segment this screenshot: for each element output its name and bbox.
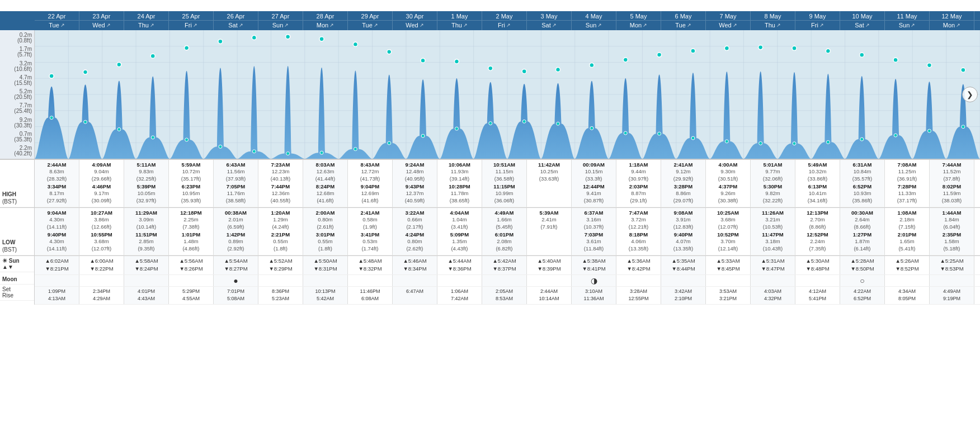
header-day-12[interactable]: 4 May Sun ↗ (572, 11, 616, 30)
header-day-7[interactable]: 29 Apr Tue ↗ (348, 11, 393, 30)
low-entry-13-0: 7:47AM 3.72m (12.21ft) (618, 210, 659, 230)
sun-times-17: ▲5:30AM ▼8:48PM (797, 257, 838, 273)
low-cell-20: 1:44AM 1.84m (6.04ft) 2:35PM 1.58m (5.18… (930, 208, 974, 255)
moon-rise-val-7: 6:08AM (361, 296, 379, 301)
low-hft-12-0: (10.37ft) (573, 224, 615, 230)
low-entry-16-1: 11:47PM 3.18m (10.43ft) (752, 231, 794, 252)
moon-rise-val-19: 8:05PM (898, 296, 916, 301)
sun-moon-labels: ☀ Sun▲▼ Moon SetRise (0, 256, 35, 305)
header-day-16[interactable]: 8 May Thu ↗ (751, 11, 795, 30)
low-hft-16-1: (10.43ft) (752, 245, 794, 252)
header-day-6[interactable]: 28 Apr Mon ↗ (303, 11, 348, 30)
moon-set-val-6: 10:13PM (315, 288, 335, 294)
high-h-10-0: 11.15m (483, 168, 525, 175)
sun-set-val-14: ▼8:44PM (671, 266, 695, 272)
header-day-13[interactable]: 5 May Mon ↗ (616, 11, 661, 30)
sun-rise-val-8: ▲5:46AM (403, 258, 426, 264)
low-h-1-1: 3.68m (81, 238, 123, 245)
ext-icon-0: ↗ (60, 22, 65, 28)
header-day-17[interactable]: 9 May Fri ↗ (795, 11, 840, 30)
header-day-20[interactable]: 12 May Mon ↗ (930, 11, 974, 30)
low-entry-7-0: 2:41AM 0.58m (1.9ft) (349, 210, 391, 230)
ext-icon-2: ↗ (150, 22, 154, 28)
sun-times-10: ▲5:42AM ▼8:37PM (483, 257, 525, 273)
ext-icon-12: ↗ (597, 22, 602, 28)
moon-setrise-cell-16: 4:03AM 4:32PM (751, 287, 795, 304)
high-hft-5-0: (40.13ft) (260, 176, 301, 182)
next-button[interactable]: ❯ (962, 87, 978, 102)
low-h-0-1: 4.30m (36, 238, 78, 245)
header-day-15[interactable]: 7 May Wed ↗ (706, 11, 751, 30)
sun-cell-17: ▲5:30AM ▼8:48PM (795, 256, 840, 274)
high-hft-21-1: (38.26ft) (976, 197, 980, 204)
moon-setrise-20: 4:49AM 9:19PM (931, 288, 973, 303)
low-cell-10: 4:49AM 1.66m (5.45ft) 6:01PM 2.08m (6.82… (482, 208, 527, 255)
sun-cell-0: ▲6:02AM ▼8:21PM (35, 256, 79, 274)
sun-set-val-5: ▼8:29PM (268, 266, 292, 272)
sun-set-val-10: ▼8:37PM (492, 266, 516, 272)
date-cell-12: 4 May (572, 11, 616, 21)
sun-times-4: ▲5:54AM ▼8:27PM (215, 257, 257, 273)
high-cell-21: 8:19AM 11.61m (38.09ft) 8:37PM 11.66m (3… (974, 160, 980, 207)
header-day-5[interactable]: 27 Apr Sun ↗ (258, 11, 303, 30)
high-hft-18-1: (35.86ft) (841, 197, 883, 204)
header-day-19[interactable]: 11 May Sun ↗ (885, 11, 930, 30)
header-day-8[interactable]: 30 Apr Wed ↗ (393, 11, 437, 30)
high-h-5-0: 12.23m (260, 168, 301, 175)
sun-set-val-18: ▼8:50PM (850, 266, 874, 272)
high-entry-8-0: 9:24AM 12.48m (40.95ft) (394, 162, 436, 182)
header-day-2[interactable]: 24 Apr Thu ↗ (124, 11, 169, 30)
sun-rise-val-20: ▲5:25AM (940, 258, 963, 264)
high-entry-19-1: 7:28PM 11.33m (37.17ft) (886, 183, 928, 204)
y-tick-2: 9.2m(30.3ft) (2, 117, 32, 129)
high-hft-4-1: (38.58ft) (215, 197, 257, 204)
header-day-1[interactable]: 23 Apr Wed ↗ (79, 11, 124, 30)
moon-setrise-cell-15: 3:53AM 3:21PM (706, 287, 751, 304)
moon-setrise-13: 3:28AM 12:55PM (618, 288, 659, 303)
high-time-20-1: 8:02PM (931, 183, 973, 190)
high-cell-15: 4:00AM 9.30m (30.51ft) 4:37PM 9.26m (30.… (706, 160, 751, 207)
high-h-12-0: 10.15m (573, 168, 615, 175)
ext-icon-8: ↗ (420, 22, 424, 28)
high-hft-17-0: (33.86ft) (797, 176, 838, 182)
high-h-11-0: 10.25m (528, 168, 570, 175)
header-day-9[interactable]: 1 May Thu ↗ (437, 11, 482, 30)
low-hft-6-0: (2.61ft) (304, 224, 346, 230)
header-day-0[interactable]: 22 Apr Tue ↗ (35, 11, 79, 30)
moon-set-val-5: 8:36PM (272, 288, 289, 294)
low-h-8-1: 0.80m (394, 238, 436, 245)
y-tick-6: 3.2m(10.6ft) (2, 61, 32, 72)
high-entry-4-0: 6:43AM 11.56m (37.93ft) (215, 162, 257, 182)
high-time-19-1: 7:28PM (886, 183, 928, 190)
moon-set-val-7: 11:46PM (360, 288, 380, 294)
high-hft-16-0: (32.06ft) (752, 176, 794, 182)
low-time-11-0: 5:39AM (528, 210, 570, 216)
date-cell-6: 28 Apr (303, 11, 347, 21)
moon-setrise-cell-10: 2:05AM 8:53AM (482, 287, 527, 304)
header-day-3[interactable]: 25 Apr Fri ↗ (169, 11, 214, 30)
high-hft-14-1: (29.07ft) (662, 197, 704, 204)
header-day-4[interactable]: 26 Apr Sat ↗ (214, 11, 258, 30)
ext-icon-17: ↗ (819, 22, 824, 28)
moon-rise-val-18: 6:52PM (854, 296, 871, 301)
high-entry-1-1: 4:46PM 9.17m (30.09ft) (81, 183, 123, 204)
low-entry-3-1: 1:01PM 1.48m (4.86ft) (170, 231, 212, 252)
low-entry-15-0: 10:25AM 3.68m (12.07ft) (707, 210, 749, 230)
sun-set-val-4: ▼8:27PM (224, 266, 247, 272)
moon-set-val-11: 2:44AM (540, 288, 558, 294)
header-day-21[interactable]: 13 May Tue ↗ (974, 11, 980, 30)
high-entry-0-1: 3:34PM 8.17m (27.92ft) (36, 183, 78, 204)
low-entry-12-0: 6:37AM 3.16m (10.37ft) (573, 210, 615, 230)
ext-icon-14: ↗ (687, 22, 691, 28)
low-hft-18-1: (6.14ft) (841, 245, 883, 252)
moon-icon-cell-17 (795, 275, 840, 286)
high-cell-7: 8:43AM 12.72m (41.73ft) 9:04PM 12.69m (4… (348, 160, 393, 207)
header-day-10[interactable]: 2 May Fri ↗ (482, 11, 527, 30)
header-day-18[interactable]: 10 May Sat ↗ (840, 11, 885, 30)
header-day-14[interactable]: 6 May Tue ↗ (661, 11, 706, 30)
sun-cell-14: ▲5:35AM ▼8:44PM (661, 256, 706, 274)
low-time-19-0: 1:08AM (886, 210, 928, 216)
high-h-8-1: 12.37m (394, 190, 436, 197)
header-day-11[interactable]: 3 May Sat ↗ (527, 11, 572, 30)
dow-cell-9: Thu ↗ (437, 21, 482, 30)
